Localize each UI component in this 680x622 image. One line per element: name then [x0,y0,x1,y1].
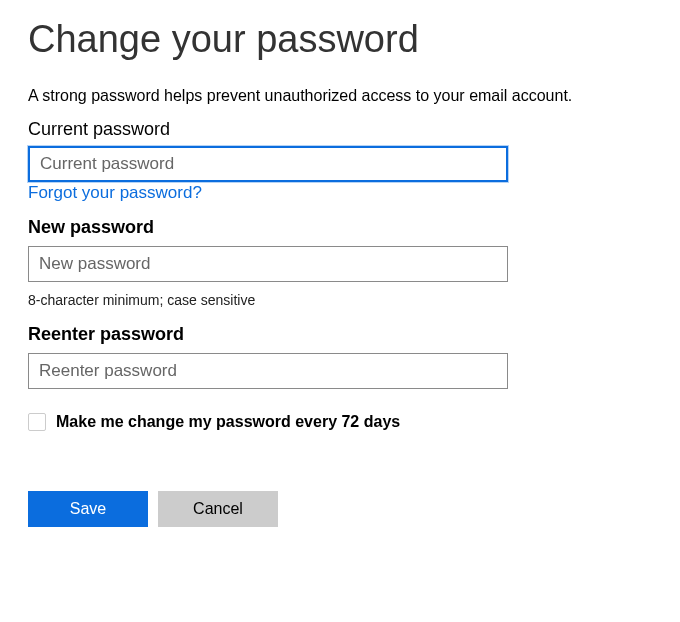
save-button[interactable]: Save [28,491,148,527]
button-row: Save Cancel [28,491,652,527]
reenter-password-input[interactable] [28,353,508,389]
current-password-wrapper [28,146,508,182]
new-password-label: New password [28,217,652,238]
forgot-password-link[interactable]: Forgot your password? [28,183,202,203]
periodic-change-label: Make me change my password every 72 days [56,413,400,431]
periodic-change-checkbox[interactable] [28,413,46,431]
intro-text: A strong password helps prevent unauthor… [28,87,652,105]
password-hint: 8-character minimum; case sensitive [28,292,652,308]
current-password-section: Current password Forgot your password? [28,119,652,203]
reenter-password-wrapper [28,353,508,389]
page-title: Change your password [28,18,652,61]
current-password-input[interactable] [28,146,508,182]
new-password-section: New password 8-character minimum; case s… [28,217,652,308]
periodic-change-row: Make me change my password every 72 days [28,413,652,431]
cancel-button[interactable]: Cancel [158,491,278,527]
current-password-label: Current password [28,119,652,140]
new-password-wrapper [28,246,508,282]
new-password-input[interactable] [28,246,508,282]
reenter-password-label: Reenter password [28,324,652,345]
reenter-password-section: Reenter password [28,324,652,389]
